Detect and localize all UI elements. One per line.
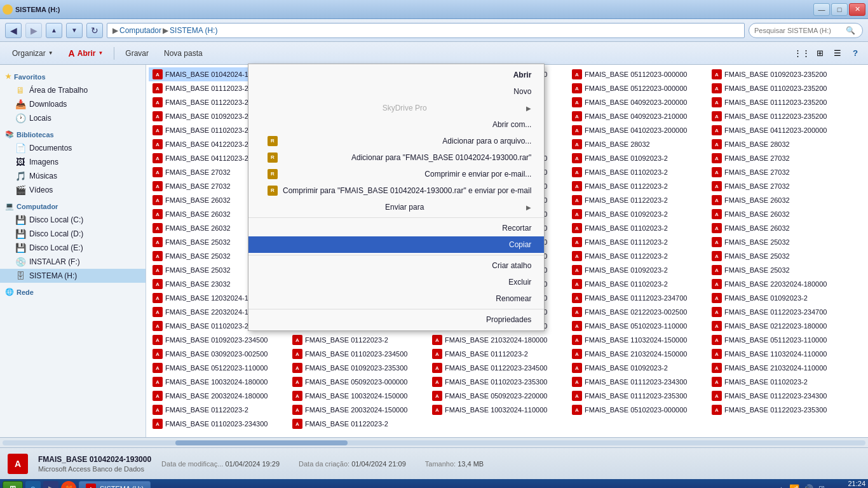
list-item[interactable]: AFMAIS_BASE 25032: [708, 263, 848, 277]
refresh-button[interactable]: ↻: [86, 23, 103, 38]
list-item[interactable]: AFMAIS_BASE 01122023-2: [149, 403, 288, 417]
list-item[interactable]: AFMAIS_BASE 04112023-200000: [708, 123, 848, 137]
minimize-button[interactable]: —: [813, 3, 830, 16]
context-menu-item[interactable]: Renomear: [248, 290, 544, 307]
list-item[interactable]: AFMAIS_BASE 01122023-2: [568, 193, 708, 207]
list-item[interactable]: AFMAIS_BASE 27032: [708, 179, 848, 193]
libraries-header[interactable]: 📚 Bibliotecas: [0, 128, 146, 141]
nova-pasta-button[interactable]: Nova pasta: [157, 44, 210, 62]
list-item[interactable]: AFMAIS_BASE 27032: [708, 165, 848, 179]
list-item[interactable]: AFMAIS_BASE 01102023-2: [568, 277, 708, 291]
sidebar-item-desktop[interactable]: 🖥 Área de Trabalho: [0, 83, 146, 97]
sidebar-item-c[interactable]: 💾 Disco Local (C:): [0, 213, 146, 227]
favorites-header[interactable]: ★ Favoritos: [0, 70, 146, 83]
media-icon[interactable]: ▶: [43, 481, 58, 488]
list-item[interactable]: AFMAIS_BASE 25032: [708, 249, 848, 263]
list-item[interactable]: AFMAIS_BASE 01122023-235200: [708, 109, 848, 123]
context-menu-item[interactable]: Copiar: [248, 236, 544, 253]
list-item[interactable]: AFMAIS_BASE 01092023-2: [568, 207, 708, 221]
list-item[interactable]: AFMAIS_BASE 05102023-110000: [568, 319, 708, 333]
scrollbar-area[interactable]: [0, 437, 868, 447]
list-item[interactable]: AFMAIS_BASE 28032: [568, 137, 708, 151]
list-item[interactable]: AFMAIS_BASE 22032024-180000: [708, 277, 848, 291]
start-button[interactable]: ⊞: [3, 481, 23, 488]
list-item[interactable]: AFMAIS_BASE 05102023-000000: [568, 403, 708, 417]
list-item[interactable]: AFMAIS_BASE 01112023-235300: [568, 389, 708, 403]
list-item[interactable]: AFMAIS_BASE 03092023-002500: [149, 347, 288, 361]
open-button[interactable]: A Abrir ▼: [62, 44, 111, 62]
list-item[interactable]: AFMAIS_BASE 01092023-2: [708, 291, 848, 305]
context-menu-item[interactable]: RComprimir e enviar por e-mail...: [248, 166, 544, 182]
list-item[interactable]: AFMAIS_BASE 01102023-234500: [288, 347, 428, 361]
scrollbar-track[interactable]: [3, 440, 865, 445]
network-tray-icon[interactable]: 📶: [789, 484, 799, 489]
sidebar-item-musicas[interactable]: 🎵 Músicas: [0, 169, 146, 183]
list-item[interactable]: AFMAIS_BASE 01122023-234300: [708, 389, 848, 403]
tray-up-arrow[interactable]: ▲: [777, 484, 785, 489]
list-item[interactable]: AFMAIS_BASE 01122023-2: [288, 417, 428, 431]
context-menu-item[interactable]: Novo: [248, 83, 544, 100]
list-item[interactable]: AFMAIS_BASE 05122023-110000: [149, 361, 288, 375]
forward-button[interactable]: ▶: [25, 23, 42, 38]
list-item[interactable]: AFMAIS_BASE 01092023-2: [568, 151, 708, 165]
list-item[interactable]: AFMAIS_BASE 05112023-000000: [568, 67, 708, 81]
list-item[interactable]: AFMAIS_BASE 01092023-234500: [149, 333, 288, 347]
list-item[interactable]: AFMAIS_BASE 01112023-2: [568, 235, 708, 249]
list-item[interactable]: AFMAIS_BASE 05092023-000000: [288, 375, 428, 389]
list-item[interactable]: AFMAIS_BASE 01102023-235200: [708, 81, 848, 95]
sidebar-item-imagens[interactable]: 🖼 Imagens: [0, 155, 146, 169]
list-item[interactable]: AFMAIS_BASE 11032024-110000: [708, 347, 848, 361]
list-item[interactable]: AFMAIS_BASE 01122023-2: [288, 333, 428, 347]
path-computador[interactable]: Computador: [119, 26, 161, 35]
list-item[interactable]: AFMAIS_BASE 21032024-180000: [428, 333, 568, 347]
list-item[interactable]: AFMAIS_BASE 01092023-2: [568, 263, 708, 277]
firefox-icon[interactable]: 🦊: [61, 481, 76, 488]
recent-button[interactable]: ▼: [66, 23, 83, 38]
list-item[interactable]: AFMAIS_BASE 01122023-2: [568, 179, 708, 193]
context-menu-item[interactable]: Abrir: [248, 67, 544, 83]
list-item[interactable]: AFMAIS_BASE 20032024-150000: [288, 403, 428, 417]
view-extra-button[interactable]: ⋮⋮: [794, 46, 810, 61]
list-item[interactable]: AFMAIS_BASE 02122023-002500: [568, 305, 708, 319]
list-item[interactable]: AFMAIS_BASE 21032024-150000: [568, 347, 708, 361]
list-item[interactable]: AFMAIS_BASE 11032024-150000: [568, 333, 708, 347]
context-menu-item[interactable]: RAdicionar para "FMAIS_BASE 01042024-193…: [248, 149, 544, 166]
list-item[interactable]: AFMAIS_BASE 01112023-234300: [568, 375, 708, 389]
list-item[interactable]: AFMAIS_BASE 01112023-234700: [568, 291, 708, 305]
sidebar-item-videos[interactable]: 🎬 Vídeos: [0, 183, 146, 197]
taskbar-active-window[interactable]: A SISTEMA (H:): [79, 481, 151, 488]
scrollbar-thumb[interactable]: [175, 440, 348, 445]
list-item[interactable]: AFMAIS_BASE 10032024-180000: [149, 375, 288, 389]
list-item[interactable]: AFMAIS_BASE 01092023-2: [568, 361, 708, 375]
search-input[interactable]: [754, 27, 843, 34]
computer-header[interactable]: 💻 Computador: [0, 200, 146, 213]
list-item[interactable]: AFMAIS_BASE 01112023-2: [428, 347, 568, 361]
list-item[interactable]: AFMAIS_BASE 01092023-235300: [288, 361, 428, 375]
help-button[interactable]: ?: [848, 46, 863, 61]
list-item[interactable]: AFMAIS_BASE 05122023-000000: [568, 81, 708, 95]
sidebar-item-f[interactable]: 💿 INSTALAR (F:): [0, 255, 146, 269]
sidebar-item-documentos[interactable]: 📄 Documentos: [0, 141, 146, 155]
list-item[interactable]: AFMAIS_BASE 28032: [708, 137, 848, 151]
organize-button[interactable]: Organizar ▼: [5, 44, 60, 62]
path-sistema[interactable]: SISTEMA (H:): [170, 26, 217, 35]
context-menu-item[interactable]: RComprimir para "FMAIS_BASE 01042024-193…: [248, 182, 544, 199]
close-button[interactable]: ✕: [849, 3, 865, 16]
address-path[interactable]: ▶ Computador ▶ SISTEMA (H:): [107, 23, 745, 38]
list-item[interactable]: AFMAIS_BASE 10032024-150000: [288, 389, 428, 403]
context-menu-item[interactable]: Excluir: [248, 274, 544, 290]
list-item[interactable]: AFMAIS_BASE 01122023-234500: [428, 361, 568, 375]
view-list-button[interactable]: ☰: [830, 46, 845, 61]
up-button[interactable]: ▲: [46, 23, 62, 38]
list-item[interactable]: AFMAIS_BASE 27032: [708, 151, 848, 165]
list-item[interactable]: AFMAIS_BASE 05112023-110000: [708, 333, 848, 347]
context-menu-item[interactable]: Abrir com...: [248, 116, 544, 133]
back-button[interactable]: ◀: [5, 23, 22, 38]
context-menu-item[interactable]: Enviar para▶: [248, 199, 544, 215]
volume-tray-icon[interactable]: 🔊: [803, 484, 813, 489]
list-item[interactable]: AFMAIS_BASE 20032024-180000: [149, 389, 288, 403]
display-tray-icon[interactable]: 🖥: [817, 484, 825, 489]
sidebar-item-locais[interactable]: 🕐 Locais: [0, 111, 146, 125]
list-item[interactable]: AFMAIS_BASE 26032: [708, 193, 848, 207]
list-item[interactable]: AFMAIS_BASE 25032: [708, 235, 848, 249]
